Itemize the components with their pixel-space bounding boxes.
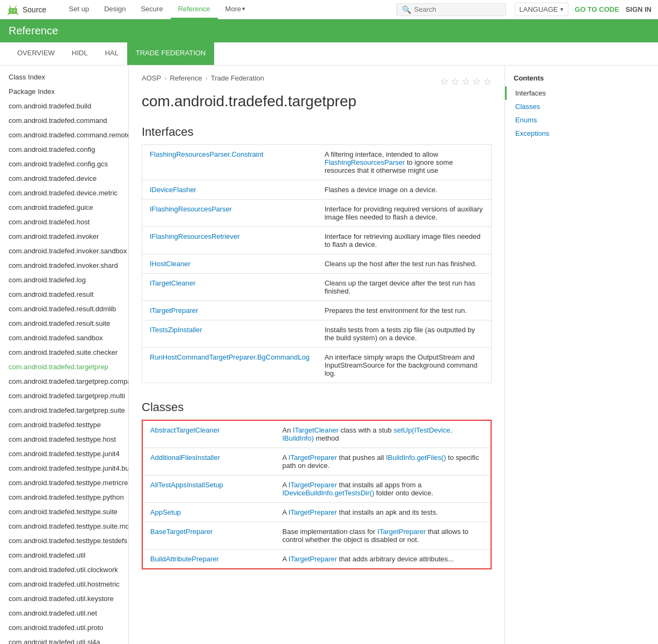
sidebar-item-device[interactable]: com.android.tradefed.device: [0, 171, 128, 186]
search-input[interactable]: [414, 5, 500, 13]
nav-reference[interactable]: Reference: [171, 0, 218, 19]
class-link-4[interactable]: BaseTargetPreparer: [150, 528, 213, 536]
sidebar-item-invoker-shard[interactable]: com.android.tradefed.invoker.shard: [0, 258, 128, 273]
ref-header: Reference: [0, 19, 658, 42]
itarget-cleaner-link-0[interactable]: ITargetCleaner: [293, 426, 339, 434]
toc-classes[interactable]: Classes: [505, 100, 601, 113]
star-5[interactable]: ☆: [483, 76, 492, 87]
sidebar-item-device-metric[interactable]: com.android.tradefed.device.metric: [0, 186, 128, 200]
sidebar-item-host[interactable]: com.android.tradefed.host: [0, 215, 128, 229]
itarget-preparer-link-3[interactable]: ITargetPreparer: [289, 508, 337, 516]
go-to-code-link[interactable]: GO TO CODE: [575, 5, 619, 13]
sidebar-item-log[interactable]: com.android.tradefed.log: [0, 273, 128, 287]
interface-link-8[interactable]: RunHostCommandTargetPreparer.BgCommandLo…: [150, 353, 310, 361]
search-icon: 🔍: [402, 5, 411, 14]
sidebar-item-testtype-suite-module[interactable]: com.android.tradefed.testtype.suite.modu…: [0, 519, 128, 533]
sidebar-item-targetprep-suite[interactable]: com.android.tradefed.targetprep.suite: [0, 403, 128, 418]
class-link-3[interactable]: AppSetup: [150, 508, 181, 516]
sidebar-item-config[interactable]: com.android.tradefed.config: [0, 142, 128, 157]
subnav-hidl[interactable]: HIDL: [63, 42, 97, 65]
itarget-preparer-link-5[interactable]: ITargetPreparer: [289, 555, 337, 563]
star-3[interactable]: ☆: [462, 76, 470, 87]
sidebar-item-util-sl4a[interactable]: com.android.tradefed.util.sl4a: [0, 635, 128, 644]
interfaces-heading: Interfaces: [142, 121, 492, 139]
sidebar-item-testtype-suite[interactable]: com.android.tradefed.testtype.suite: [0, 504, 128, 519]
sidebar-item-testtype-junit4[interactable]: com.android.tradefed.testtype.junit4: [0, 447, 128, 461]
subnav-trade-federation[interactable]: TRADE FEDERATION: [127, 42, 215, 65]
breadcrumb-aosp[interactable]: AOSP: [142, 74, 161, 82]
sidebar-item-testtype-python[interactable]: com.android.tradefed.testtype.python: [0, 490, 128, 504]
sidebar-item-targetprep-multi[interactable]: com.android.tradefed.targetprep.multi: [0, 389, 128, 403]
sidebar-item-util[interactable]: com.android.tradefed.util: [0, 548, 128, 562]
breadcrumb-trade-federation[interactable]: Trade Federation: [211, 74, 264, 82]
sidebar-item-util-keystore[interactable]: com.android.tradefed.util.keystore: [0, 591, 128, 606]
interface-link-4[interactable]: IHostCleaner: [150, 260, 191, 268]
toc-enums[interactable]: Enums: [505, 113, 601, 127]
idevicebuildinfo-link[interactable]: IDeviceBuildInfo.getTestsDir(): [282, 489, 374, 497]
sidebar-item-util-proto[interactable]: com.android.tradefed.util.proto: [0, 620, 128, 635]
sidebar-item-invoker[interactable]: com.android.tradefed.invoker: [0, 229, 128, 244]
interface-link-0[interactable]: FlashingResourcesParser.Constraint: [150, 150, 264, 158]
sidebar-item-testtype[interactable]: com.android.tradefed.testtype: [0, 418, 128, 432]
table-row: AppSetup A ITargetPreparer that installs…: [142, 503, 491, 522]
star-4[interactable]: ☆: [472, 76, 481, 87]
sidebar-item-class-index[interactable]: Class Index: [0, 70, 128, 84]
sidebar-item-targetprep[interactable]: com.android.tradefed.targetprep: [0, 360, 128, 374]
sidebar-item-testtype-testdefs[interactable]: com.android.tradefed.testtype.testdefs: [0, 533, 128, 548]
sidebar-item-util-clockwork[interactable]: com.android.tradefed.util.clockwork: [0, 562, 128, 577]
sidebar-item-result[interactable]: com.android.tradefed.result: [0, 287, 128, 302]
sidebar-item-targetprep-companion[interactable]: com.android.tradefed.targetprep.companio…: [0, 374, 128, 389]
sign-in-link[interactable]: SIGN IN: [626, 5, 652, 13]
nav-setup[interactable]: Set up: [61, 0, 97, 19]
subnav-overview[interactable]: OVERVIEW: [9, 42, 63, 65]
interface-link-1[interactable]: IDeviceFlasher: [150, 186, 196, 194]
nav-design[interactable]: Design: [97, 0, 133, 19]
sidebar-item-testtype-metricregression[interactable]: com.android.tradefed.testtype.metricregr…: [0, 475, 128, 490]
sidebar-item-command-remote[interactable]: com.android.tradefed.command.remote: [0, 128, 128, 142]
itarget-preparer-link-1[interactable]: ITargetPreparer: [289, 453, 337, 462]
sidebar-item-result-ddmlib[interactable]: com.android.tradefed.result.ddmlib: [0, 302, 128, 316]
table-row: AdditionalFilesInstaller A ITargetPrepar…: [142, 448, 491, 475]
sidebar-item-suite-checker[interactable]: com.android.tradefed.suite.checker: [0, 345, 128, 360]
toc-interfaces[interactable]: Interfaces: [505, 86, 601, 100]
interface-link-5[interactable]: ITargetCleaner: [150, 279, 195, 287]
star-1[interactable]: ☆: [440, 76, 449, 87]
class-link-1[interactable]: AdditionalFilesInstaller: [150, 453, 220, 462]
ibuildinfo-link[interactable]: IBuildInfo.getFiles(): [386, 453, 446, 462]
class-link-5[interactable]: BuildAttributePreparer: [150, 555, 219, 563]
breadcrumb-reference[interactable]: Reference: [170, 74, 202, 82]
class-link-2[interactable]: AllTestAppsInstallSetup: [150, 481, 223, 489]
nav-more[interactable]: More ▾: [218, 0, 253, 19]
sidebar-item-package-index[interactable]: Package Index: [0, 84, 128, 99]
source-label: Source: [23, 5, 46, 14]
interface-link-3[interactable]: IFlashingResourcesRetriever: [150, 232, 240, 240]
itarget-preparer-link-2[interactable]: ITargetPreparer: [289, 481, 337, 489]
sidebar-item-util-hostmetric[interactable]: com.android.tradefed.util.hostmetric: [0, 577, 128, 591]
sidebar-item-invoker-sandbox[interactable]: com.android.tradefed.invoker.sandbox: [0, 244, 128, 258]
class-link-0[interactable]: AbstractTargetCleaner: [150, 426, 220, 434]
subnav-hal[interactable]: HAL: [96, 42, 127, 65]
itarget-preparer-link-4[interactable]: ITargetPreparer: [377, 528, 426, 536]
sidebar-item-guice[interactable]: com.android.tradefed.guice: [0, 200, 128, 215]
star-2[interactable]: ☆: [451, 76, 459, 87]
language-button[interactable]: LANGUAGE ▾: [515, 3, 568, 16]
sidebar-item-command[interactable]: com.android.tradefed.command: [0, 113, 128, 128]
sidebar-item-config-gcs[interactable]: com.android.tradefed.config.gcs: [0, 157, 128, 171]
sidebar-item-testtype-junit4-builder[interactable]: com.android.tradefed.testtype.junit4.bui…: [0, 461, 128, 475]
nav-secure[interactable]: Secure: [133, 0, 170, 19]
top-nav-links: Set up Design Secure Reference More ▾: [61, 0, 387, 19]
flashing-resources-parser-link[interactable]: FlashingResourcesParser: [325, 158, 405, 166]
sidebar-item-util-net[interactable]: com.android.tradefed.util.net: [0, 606, 128, 620]
sidebar-item-build[interactable]: com.android.tradefed.build: [0, 99, 128, 113]
sidebar-item-result-suite[interactable]: com.android.tradefed.result.suite: [0, 316, 128, 331]
interface-link-6[interactable]: ITargetPreparer: [150, 306, 198, 314]
interfaces-table: FlashingResourcesParser.Constraint A fil…: [142, 144, 492, 383]
sidebar-item-sandbox[interactable]: com.android.tradefed.sandbox: [0, 331, 128, 345]
toc-exceptions[interactable]: Exceptions: [505, 127, 601, 140]
search-bar[interactable]: 🔍: [396, 3, 506, 16]
table-row: AllTestAppsInstallSetup A ITargetPrepare…: [142, 475, 491, 503]
sidebar-item-testtype-host[interactable]: com.android.tradefed.testtype.host: [0, 432, 128, 447]
interface-link-2[interactable]: IFlashingResourcesParser: [150, 205, 232, 213]
interface-link-7[interactable]: ITestsZipInstaller: [150, 326, 202, 334]
logo[interactable]: Source: [6, 3, 55, 16]
